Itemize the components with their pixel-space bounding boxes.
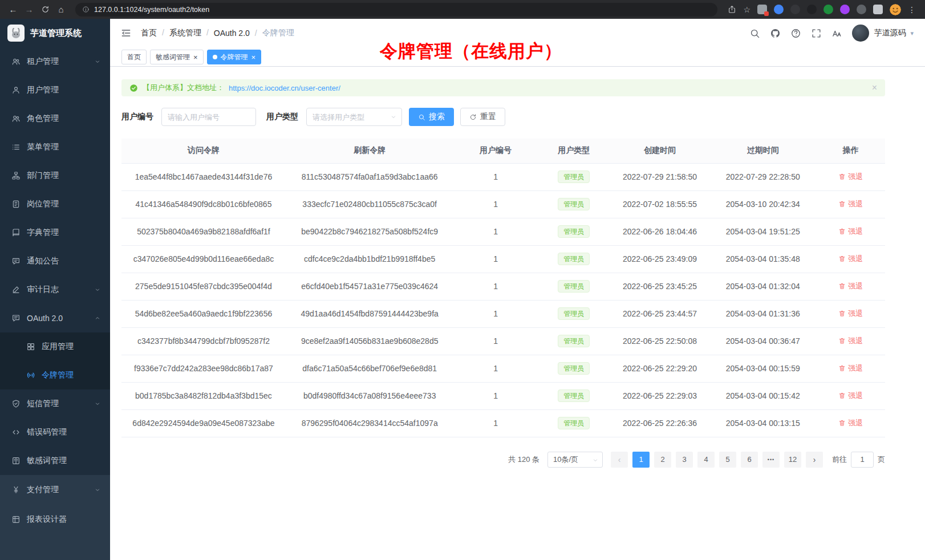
search-button[interactable]: 搜索 <box>409 108 454 126</box>
refresh-token-cell: 811c530487574fa0af1a59d3abc1aa66 <box>286 163 454 190</box>
help-icon[interactable] <box>790 28 801 39</box>
sidebar-item-token-management[interactable]: 令牌管理 <box>0 361 110 389</box>
extension-icon-green[interactable] <box>823 5 833 14</box>
sidebar-item-role-management[interactable]: 角色管理 <box>0 104 110 133</box>
user-type-cell: 管理员 <box>538 409 610 437</box>
menu-item-icon <box>11 171 21 180</box>
tab-sensitive-word[interactable]: 敏感词管理 × <box>150 50 204 64</box>
page-button-2[interactable]: 2 <box>654 452 671 468</box>
user-id-cell: 1 <box>453 355 537 382</box>
force-logout-button[interactable]: 强退 <box>838 336 863 346</box>
extension-icon-purple[interactable] <box>840 5 850 14</box>
goto-page-input[interactable] <box>851 452 874 468</box>
share-button[interactable] <box>728 5 736 14</box>
prev-page-button[interactable]: ‹ <box>611 452 628 468</box>
page-size-select[interactable]: 10条/页 <box>547 452 603 468</box>
page-button-12[interactable]: 12 <box>784 452 801 468</box>
sidebar-item-audit-log[interactable]: 审计日志 <box>0 275 110 304</box>
fullscreen-icon[interactable] <box>811 28 822 39</box>
refresh-token-cell: 49d1aa46d1454fbd87591444423be9fa <box>286 300 454 327</box>
goto-label: 前往 <box>832 455 847 465</box>
doc-link[interactable]: https://doc.iocoder.cn/user-center/ <box>229 84 340 92</box>
table-row: c342377bf8b344799dcbf7bf095287f2 9ce8ef2… <box>121 327 885 355</box>
force-logout-button[interactable]: 强退 <box>838 199 863 209</box>
sidebar-item-tenant-management[interactable]: 租户管理 <box>0 47 110 76</box>
extension-icon-gray[interactable] <box>857 5 866 14</box>
doc-alert: 【用户体系】文档地址： https://doc.iocoder.cn/user-… <box>121 79 885 96</box>
address-bar[interactable]: 127.0.0.1:1024/system/oauth2/token <box>75 3 717 17</box>
user-menu[interactable]: 芋道源码 ▾ <box>852 25 914 42</box>
sidebar-item-oauth2[interactable]: OAuth 2.0 <box>0 304 110 332</box>
sidebar-item-sms-management[interactable]: 短信管理 <box>0 389 110 418</box>
breadcrumb-token[interactable]: 令牌管理 <box>262 28 294 38</box>
expire-time-cell: 2054-03-04 00:13:15 <box>709 409 816 437</box>
browser-forward-button[interactable]: → <box>22 2 36 17</box>
force-logout-button[interactable]: 强退 <box>838 254 863 264</box>
tab-token[interactable]: 令牌管理 × <box>207 50 262 64</box>
user-id-cell: 1 <box>453 300 537 327</box>
extension-icon-blue[interactable] <box>774 5 784 14</box>
table-row: 275e5de9151045fe87cbdc395e004f4d e6cfd40… <box>121 273 885 300</box>
sidebar-item-dept-management[interactable]: 部门管理 <box>0 161 110 190</box>
tab-close-icon[interactable]: × <box>193 54 198 61</box>
force-logout-button[interactable]: 强退 <box>838 309 863 319</box>
force-logout-button[interactable]: 强退 <box>838 281 863 291</box>
page-button-more[interactable]: ••• <box>762 452 780 468</box>
alert-text: 【用户体系】文档地址： <box>143 83 224 93</box>
browser-back-button[interactable]: ← <box>6 2 21 17</box>
force-logout-button[interactable]: 强退 <box>838 391 863 401</box>
sidebar-item-menu-management[interactable]: 菜单管理 <box>0 133 110 161</box>
user-id-cell: 1 <box>453 273 537 300</box>
user-type-select-input[interactable] <box>306 108 402 126</box>
header-actions: 芋道源码 ▾ <box>749 25 914 42</box>
reset-button[interactable]: 重置 <box>460 108 505 126</box>
force-logout-button[interactable]: 强退 <box>838 172 863 182</box>
user-id-input[interactable] <box>161 108 256 126</box>
sidebar-item-error-code-management[interactable]: 错误码管理 <box>0 418 110 447</box>
caret-down-icon: ▾ <box>910 30 914 37</box>
breadcrumb-oauth2[interactable]: OAuth 2.0 <box>214 29 262 38</box>
page-button-3[interactable]: 3 <box>676 452 693 468</box>
sidebar-item-post-management[interactable]: 岗位管理 <box>0 190 110 218</box>
force-logout-button[interactable]: 强退 <box>838 226 863 237</box>
force-logout-button[interactable]: 强退 <box>838 363 863 374</box>
sidebar-item-app-management[interactable]: 应用管理 <box>0 332 110 361</box>
tab-close-icon[interactable]: × <box>251 54 256 61</box>
extension-icon-panel[interactable] <box>873 5 883 14</box>
search-icon[interactable] <box>749 28 760 39</box>
user-type-badge: 管理员 <box>558 171 590 183</box>
user-type-badge: 管理员 <box>558 198 590 210</box>
page-button-4[interactable]: 4 <box>697 452 715 468</box>
browser-home-button[interactable]: ⌂ <box>54 2 68 17</box>
browser-reload-button[interactable] <box>38 2 52 17</box>
extension-icon-dark-1[interactable] <box>790 5 800 14</box>
sidebar-item-sensitive-word-management[interactable]: 敏感词管理 <box>0 447 110 475</box>
tab-home[interactable]: 首页 × <box>121 50 147 64</box>
browser-profile-avatar[interactable] <box>890 4 901 15</box>
force-logout-button[interactable]: 强退 <box>838 418 863 428</box>
user-type-select[interactable] <box>306 108 402 126</box>
collapse-sidebar-icon[interactable] <box>120 27 132 39</box>
extension-icon-dark-2[interactable] <box>807 5 817 14</box>
menu-item-icon <box>11 399 21 408</box>
github-icon[interactable] <box>770 28 781 39</box>
bookmark-button[interactable]: ☆ <box>743 5 750 14</box>
sidebar-item-notice[interactable]: 通知公告 <box>0 247 110 275</box>
breadcrumb-home[interactable]: 首页 <box>141 28 169 38</box>
user-type-cell: 管理员 <box>538 382 610 409</box>
sidebar-item-pay-management[interactable]: 支付管理 <box>0 475 110 505</box>
page-button-1[interactable]: 1 <box>632 452 650 468</box>
page-button-6[interactable]: 6 <box>741 452 758 468</box>
breadcrumb-system[interactable]: 系统管理 <box>169 28 214 38</box>
page-button-5[interactable]: 5 <box>719 452 736 468</box>
font-size-icon[interactable] <box>831 28 842 39</box>
menu-item-icon <box>11 143 21 152</box>
next-page-button[interactable]: › <box>806 452 823 468</box>
browser-menu-button[interactable]: ⋮ <box>908 5 916 14</box>
table-row: f9336e7c7dd242a283ee98dc86b17a87 dfa6c71… <box>121 355 885 382</box>
extension-icon-grid[interactable] <box>757 5 767 14</box>
sidebar-item-user-management[interactable]: 用户管理 <box>0 76 110 104</box>
alert-close-icon[interactable]: × <box>872 83 877 92</box>
sidebar-item-report-designer[interactable]: 报表设计器 <box>0 505 110 534</box>
sidebar-item-dict-management[interactable]: 字典管理 <box>0 218 110 247</box>
